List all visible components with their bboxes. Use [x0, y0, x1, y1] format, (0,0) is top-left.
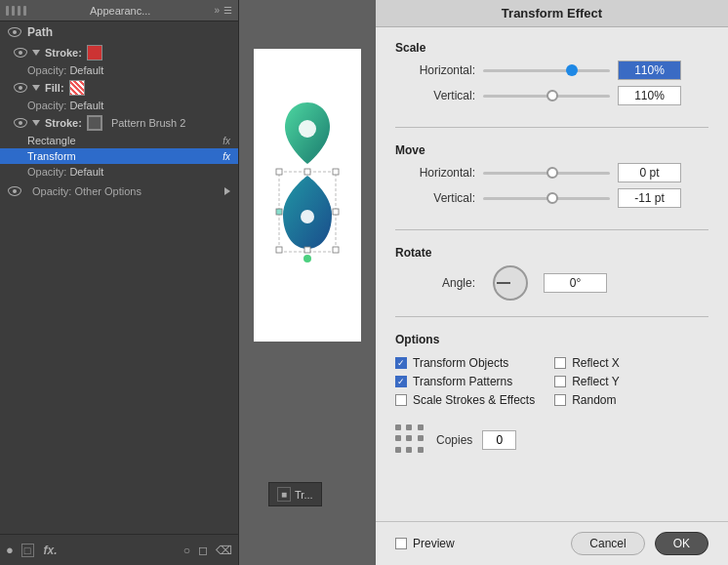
divider-1 — [395, 127, 708, 128]
angle-dial-line — [497, 282, 510, 284]
copies-grid-icon — [395, 424, 426, 456]
cancel-button[interactable]: Cancel — [571, 532, 644, 555]
scale-v-input[interactable] — [618, 86, 681, 105]
copies-input[interactable] — [482, 430, 516, 450]
svg-point-2 — [301, 210, 314, 223]
random-checkbox[interactable] — [554, 394, 566, 406]
collapse-icon[interactable]: » — [214, 5, 220, 16]
scale-v-slider[interactable] — [483, 95, 610, 98]
move-h-label: Horizontal: — [395, 166, 483, 180]
move-h-slider[interactable] — [483, 172, 610, 175]
stroke2-color[interactable] — [87, 115, 102, 131]
scale-strokes-label: Scale Strokes & Effects — [413, 393, 535, 407]
eye-icon[interactable] — [8, 27, 21, 37]
options-col-1: Transform Objects Transform Patterns Sca… — [395, 356, 535, 407]
panel-body: Path Stroke: Opacity: Default Fill: Opac… — [0, 21, 238, 534]
fx-badge-rectangle: fx — [222, 136, 230, 146]
dialog-title: Transform Effect — [502, 6, 602, 20]
transform-objects-checkbox[interactable] — [395, 357, 407, 369]
path-row: Path — [0, 21, 238, 43]
move-h-thumb[interactable] — [546, 167, 558, 179]
fx-button[interactable]: fx. — [44, 544, 58, 557]
box-icon[interactable]: □ — [21, 544, 34, 557]
transform-objects-label: Transform Objects — [413, 356, 508, 370]
transform-effect-dialog: Transform Effect Scale Horizontal: Verti… — [376, 0, 728, 565]
panel-controls: » ☰ — [214, 5, 232, 16]
scale-strokes-checkbox[interactable] — [395, 394, 407, 406]
options-col-2: Reflect X Reflect Y Random — [554, 356, 620, 407]
panel-title: Appearanc... — [30, 5, 210, 17]
fill-color[interactable] — [69, 80, 85, 96]
stroke-color[interactable] — [87, 45, 102, 61]
fill-label: Fill: — [45, 82, 64, 94]
fx-badge-transform: fx — [222, 151, 230, 162]
dialog-titlebar: Transform Effect — [376, 0, 728, 27]
scale-v-thumb[interactable] — [546, 90, 558, 101]
move-v-slider[interactable] — [483, 197, 610, 200]
scale-h-input[interactable] — [618, 61, 681, 80]
scale-h-label: Horizontal: — [395, 63, 483, 77]
move-v-input[interactable] — [618, 188, 681, 208]
dialog-body: Scale Horizontal: Vertical: Move — [376, 27, 728, 521]
fill-row: Fill: — [0, 78, 238, 98]
opacity-row-2: Opacity: Default — [0, 98, 238, 113]
reflect-x-row: Reflect X — [554, 356, 620, 370]
eye-icon-stroke2[interactable] — [14, 118, 27, 128]
opacity-row-3: Opacity: Default — [0, 164, 238, 180]
expand-icon-fill[interactable] — [32, 85, 40, 91]
menu-icon[interactable]: ☰ — [223, 5, 232, 16]
mini-panel: ■ Tr... — [268, 482, 322, 506]
reflect-x-label: Reflect X — [572, 356, 620, 370]
divider-3 — [395, 316, 708, 317]
move-v-thumb[interactable] — [546, 192, 558, 204]
stroke2-label: Stroke: — [45, 117, 82, 129]
pattern-brush-label: Pattern Brush 2 — [111, 117, 185, 129]
move-vertical-row: Vertical: — [395, 188, 708, 208]
reflect-x-checkbox[interactable] — [554, 357, 566, 369]
rectangle-layer-row[interactable]: Rectangle fx — [0, 133, 238, 148]
transform-patterns-checkbox[interactable] — [395, 376, 407, 387]
angle-input[interactable] — [544, 273, 607, 293]
eye-icon-fill[interactable] — [14, 83, 27, 93]
eye-icon-other[interactable] — [8, 186, 21, 196]
path-label: Path — [27, 25, 53, 39]
opacity-label-3: Opacity: Default — [27, 166, 103, 178]
mini-panel-label: Tr... — [295, 489, 313, 501]
canvas-container — [254, 49, 361, 342]
delete-icon[interactable]: ⌫ — [216, 544, 232, 557]
reflect-y-label: Reflect Y — [572, 375, 619, 388]
add-icon[interactable]: ○ — [183, 544, 190, 557]
appearance-panel: Appearanc... » ☰ Path Stroke: Opacity: D… — [0, 0, 239, 565]
angle-label: Angle: — [395, 276, 483, 290]
move-h-input[interactable] — [618, 163, 681, 182]
svg-point-3 — [303, 255, 311, 262]
options-columns: Transform Objects Transform Patterns Sca… — [395, 356, 708, 407]
preview-row: Preview — [395, 537, 561, 550]
angle-row: Angle: — [395, 265, 708, 301]
expand-icon-other[interactable] — [224, 187, 230, 195]
scale-h-slider[interactable] — [483, 69, 610, 72]
svg-rect-6 — [304, 169, 310, 175]
eye-icon-stroke[interactable] — [14, 48, 27, 58]
expand-icon[interactable] — [32, 50, 40, 56]
transform-layer-row[interactable]: Transform fx — [0, 148, 238, 164]
divider-2 — [395, 229, 708, 230]
duplicate-icon[interactable]: ◻ — [198, 544, 208, 557]
copies-label: Copies — [436, 433, 472, 447]
rotate-title: Rotate — [395, 246, 708, 260]
stroke-row-2: Stroke: Pattern Brush 2 — [0, 113, 238, 133]
visibility-toggle-icon[interactable]: ● — [6, 543, 14, 557]
opacity-row-1: Opacity: Default — [0, 62, 238, 78]
expand-icon-stroke2[interactable] — [32, 120, 40, 126]
angle-dial[interactable] — [493, 265, 528, 301]
canvas[interactable] — [254, 49, 361, 342]
svg-point-1 — [299, 120, 316, 138]
transform-tool-icon[interactable]: ■ — [277, 487, 291, 502]
scale-horizontal-row: Horizontal: — [395, 61, 708, 80]
scale-h-thumb[interactable] — [566, 64, 578, 76]
reflect-y-checkbox[interactable] — [554, 376, 566, 387]
opacity-other-row: Opacity: Other Options — [0, 183, 238, 199]
preview-checkbox[interactable] — [395, 538, 407, 549]
ok-button[interactable]: OK — [655, 532, 708, 555]
copies-row: Copies — [395, 424, 708, 456]
